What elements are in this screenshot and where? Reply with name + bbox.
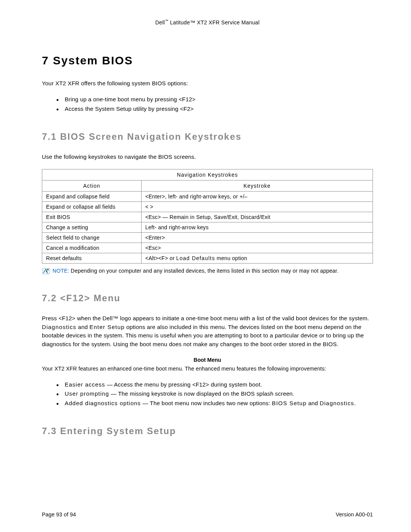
cell-action: Change a setting <box>42 222 142 232</box>
bullet-lead: Added diagnostics options <box>65 400 141 406</box>
section-7-1-intro: Use the following keystrokes to navigate… <box>42 153 373 161</box>
tm-symbol: ™ <box>165 19 168 23</box>
list-item: Access the System Setup utility by press… <box>65 105 373 113</box>
bold-text: Diagnostics <box>320 400 354 406</box>
table-header-action: Action <box>42 180 142 191</box>
bullet-lead: Easier access <box>65 381 105 388</box>
boot-menu-intro: Your XT2 XFR features an enhanced one-ti… <box>42 365 373 373</box>
list-item: User prompting — The missing keystroke i… <box>65 390 373 398</box>
bold-text: Enter Setup <box>89 324 124 330</box>
table-row: Select field to change <Enter> <box>42 232 373 243</box>
cell-action: Cancel a modification <box>42 243 142 253</box>
page-header: Dell™ Latitude™ XT2 XFR Service Manual <box>42 19 373 26</box>
table-row: Reset defaults <Alt><F> or Load Defaults… <box>42 253 373 263</box>
bullet-rest: — The missing keystroke is now displayed… <box>109 390 295 397</box>
list-item: Bring up a one-time boot menu by pressin… <box>65 95 373 104</box>
bold-text: BIOS Setup <box>272 400 306 406</box>
note-icon <box>43 268 49 274</box>
bullet-rest: — Access the menu by pressing <F12> duri… <box>105 381 262 388</box>
note-label: NOTE: <box>53 268 69 274</box>
table-title: Navigation Keystrokes <box>42 169 373 180</box>
text-span: Press <F12> when the Dell™ logo appears … <box>42 315 369 321</box>
cell-keystroke: <Alt><F> or Load Defaults menu option <box>141 253 373 263</box>
list-item: Easier access — Access the menu by press… <box>65 380 373 389</box>
table-header-keystroke: Keystroke <box>141 180 373 191</box>
page-number: Page 93 of 94 <box>42 511 76 518</box>
cell-keystroke: <Esc> <box>141 243 373 253</box>
text-span: . <box>354 400 356 406</box>
note-body: Depending on your computer and any insta… <box>69 268 339 274</box>
navigation-keystrokes-table: Navigation Keystrokes Action Keystroke E… <box>42 169 373 264</box>
table-row: Exit BIOS <Esc> — Remain in Setup, Save/… <box>42 212 373 222</box>
intro-bullet-list: Bring up a one-time boot menu by pressin… <box>42 95 373 113</box>
cell-action: Expand and collapse field <box>42 191 142 201</box>
boot-menu-title: Boot Menu <box>42 357 373 363</box>
list-item: Added diagnostics options — The boot men… <box>65 399 373 408</box>
boot-menu-bullet-list: Easier access — Access the menu by press… <box>42 380 373 408</box>
text-span: and <box>76 324 89 330</box>
note-text: NOTE: Depending on your computer and any… <box>53 267 338 275</box>
cell-keystroke: <Enter>, left- and right-arrow keys, or … <box>141 191 373 201</box>
version-label: Version A00-01 <box>336 511 373 518</box>
table-row: Cancel a modification <Esc> <box>42 243 373 253</box>
svg-rect-1 <box>47 269 49 270</box>
header-title: Latitude™ XT2 XFR Service Manual <box>169 19 260 26</box>
table-row: Expand and collapse field <Enter>, left-… <box>42 191 373 201</box>
text-span: — The boot menu now includes two new opt… <box>141 400 272 406</box>
table-row: Change a setting Left- and right-arrow k… <box>42 222 373 232</box>
header-brand: Dell <box>155 19 165 26</box>
text-span: and <box>307 400 320 406</box>
cell-keystroke: <Enter> <box>141 232 373 243</box>
page-footer: Page 93 of 94 Version A00-01 <box>42 511 373 518</box>
cell-keystroke: Left- and right-arrow keys <box>141 222 373 232</box>
section-heading-7-2: 7.2 <F12> Menu <box>42 293 373 304</box>
table-row: Expand or collapse all fields < > <box>42 201 373 212</box>
text-span: <Alt><F> or <box>145 255 176 261</box>
cell-action: Expand or collapse all fields <box>42 201 142 212</box>
cell-action: Exit BIOS <box>42 212 142 222</box>
note-block: NOTE: Depending on your computer and any… <box>42 267 373 275</box>
cell-keystroke: <Esc> — Remain in Setup, Save/Exit, Disc… <box>141 212 373 222</box>
section-heading-7-3: 7.3 Entering System Setup <box>42 426 373 436</box>
section-7-2-paragraph: Press <F12> when the Dell™ logo appears … <box>42 314 373 348</box>
cell-action: Reset defaults <box>42 253 142 263</box>
text-span: menu option <box>215 255 247 261</box>
intro-paragraph: Your XT2 XFR offers the following system… <box>42 79 373 88</box>
chapter-title: 7 System BIOS <box>42 54 373 67</box>
bold-text: Diagnostics <box>42 324 76 330</box>
bullet-lead: User prompting <box>65 390 109 397</box>
cell-keystroke: < > <box>141 201 373 212</box>
section-heading-7-1: 7.1 BIOS Screen Navigation Keystrokes <box>42 131 373 142</box>
cell-action: Select field to change <box>42 232 142 243</box>
bold-text: Load Defaults <box>176 255 215 261</box>
